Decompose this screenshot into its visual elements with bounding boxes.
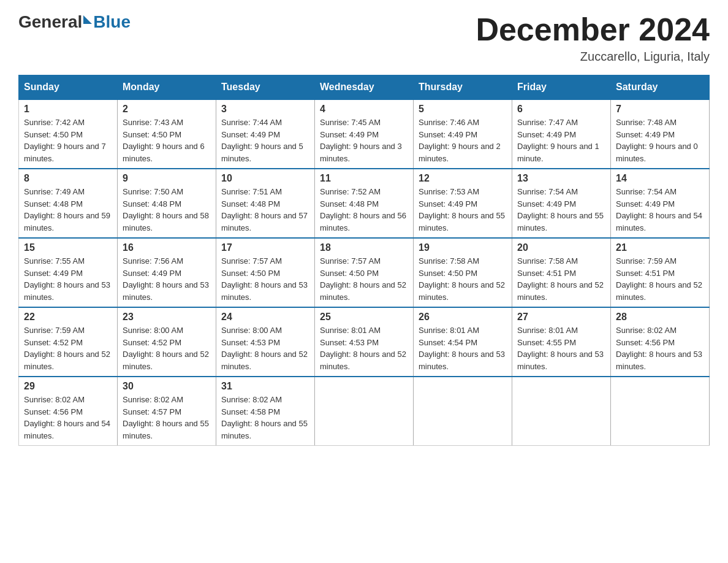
col-header-monday: Monday xyxy=(118,75,216,100)
day-number: 18 xyxy=(320,242,408,253)
calendar-cell: 14 Sunrise: 7:54 AMSunset: 4:49 PMDaylig… xyxy=(611,169,710,238)
day-number: 24 xyxy=(221,312,309,323)
day-info: Sunrise: 7:57 AMSunset: 4:50 PMDaylight:… xyxy=(221,256,308,302)
day-info: Sunrise: 7:59 AMSunset: 4:52 PMDaylight:… xyxy=(24,326,110,371)
calendar-week-row: 8 Sunrise: 7:49 AMSunset: 4:48 PMDayligh… xyxy=(19,169,710,238)
day-info: Sunrise: 7:58 AMSunset: 4:51 PMDaylight:… xyxy=(517,256,604,302)
logo-general-text: General xyxy=(18,12,82,32)
calendar-week-row: 29 Sunrise: 8:02 AMSunset: 4:56 PMDaylig… xyxy=(19,377,710,446)
day-info: Sunrise: 7:59 AMSunset: 4:51 PMDaylight:… xyxy=(616,256,702,302)
calendar-cell: 4 Sunrise: 7:45 AMSunset: 4:49 PMDayligh… xyxy=(315,99,414,169)
day-number: 11 xyxy=(320,173,408,184)
page-header: General Blue December 2024 Zuccarello, L… xyxy=(18,12,710,64)
col-header-saturday: Saturday xyxy=(611,75,710,100)
calendar-table: SundayMondayTuesdayWednesdayThursdayFrid… xyxy=(18,75,710,446)
calendar-cell: 11 Sunrise: 7:52 AMSunset: 4:48 PMDaylig… xyxy=(315,169,414,238)
day-number: 25 xyxy=(320,312,408,323)
day-number: 20 xyxy=(517,242,605,253)
calendar-cell: 5 Sunrise: 7:46 AMSunset: 4:49 PMDayligh… xyxy=(414,99,512,169)
day-number: 8 xyxy=(24,173,112,184)
day-number: 28 xyxy=(616,312,704,323)
calendar-cell: 10 Sunrise: 7:51 AMSunset: 4:48 PMDaylig… xyxy=(216,169,315,238)
calendar-header-row: SundayMondayTuesdayWednesdayThursdayFrid… xyxy=(19,75,710,100)
day-number: 17 xyxy=(221,242,309,253)
calendar-week-row: 1 Sunrise: 7:42 AMSunset: 4:50 PMDayligh… xyxy=(19,99,710,169)
day-number: 1 xyxy=(24,104,112,115)
day-info: Sunrise: 8:02 AMSunset: 4:56 PMDaylight:… xyxy=(24,395,110,440)
day-info: Sunrise: 7:50 AMSunset: 4:48 PMDaylight:… xyxy=(123,187,209,232)
calendar-cell: 16 Sunrise: 7:56 AMSunset: 4:49 PMDaylig… xyxy=(118,238,216,307)
calendar-cell: 12 Sunrise: 7:53 AMSunset: 4:49 PMDaylig… xyxy=(414,169,512,238)
day-number: 29 xyxy=(24,381,112,392)
day-info: Sunrise: 7:54 AMSunset: 4:49 PMDaylight:… xyxy=(517,187,604,232)
day-info: Sunrise: 7:54 AMSunset: 4:49 PMDaylight:… xyxy=(616,187,702,232)
day-number: 30 xyxy=(123,381,211,392)
day-number: 3 xyxy=(221,104,309,115)
day-number: 16 xyxy=(123,242,211,253)
day-info: Sunrise: 8:02 AMSunset: 4:58 PMDaylight:… xyxy=(221,395,308,440)
day-number: 22 xyxy=(24,312,112,323)
calendar-cell xyxy=(512,377,611,446)
day-number: 2 xyxy=(123,104,211,115)
calendar-cell: 17 Sunrise: 7:57 AMSunset: 4:50 PMDaylig… xyxy=(216,238,315,307)
col-header-thursday: Thursday xyxy=(414,75,512,100)
day-info: Sunrise: 8:02 AMSunset: 4:57 PMDaylight:… xyxy=(123,395,209,440)
day-info: Sunrise: 7:56 AMSunset: 4:49 PMDaylight:… xyxy=(123,256,209,302)
calendar-cell: 30 Sunrise: 8:02 AMSunset: 4:57 PMDaylig… xyxy=(118,377,216,446)
calendar-cell: 6 Sunrise: 7:47 AMSunset: 4:49 PMDayligh… xyxy=(512,99,611,169)
day-number: 13 xyxy=(517,173,605,184)
calendar-cell: 8 Sunrise: 7:49 AMSunset: 4:48 PMDayligh… xyxy=(19,169,118,238)
col-header-sunday: Sunday xyxy=(19,75,118,100)
calendar-cell: 21 Sunrise: 7:59 AMSunset: 4:51 PMDaylig… xyxy=(611,238,710,307)
day-number: 10 xyxy=(221,173,309,184)
title-section: December 2024 Zuccarello, Liguria, Italy xyxy=(476,12,710,64)
day-info: Sunrise: 8:00 AMSunset: 4:53 PMDaylight:… xyxy=(221,326,308,371)
logo-blue-text: Blue xyxy=(93,12,131,32)
calendar-week-row: 15 Sunrise: 7:55 AMSunset: 4:49 PMDaylig… xyxy=(19,238,710,307)
day-info: Sunrise: 7:53 AMSunset: 4:49 PMDaylight:… xyxy=(419,187,505,232)
day-number: 9 xyxy=(123,173,211,184)
day-info: Sunrise: 8:02 AMSunset: 4:56 PMDaylight:… xyxy=(616,326,702,371)
location-label: Zuccarello, Liguria, Italy xyxy=(476,50,710,64)
day-number: 31 xyxy=(221,381,309,392)
calendar-cell xyxy=(315,377,414,446)
day-info: Sunrise: 8:01 AMSunset: 4:54 PMDaylight:… xyxy=(419,326,505,371)
calendar-cell: 25 Sunrise: 8:01 AMSunset: 4:53 PMDaylig… xyxy=(315,307,414,377)
day-info: Sunrise: 8:01 AMSunset: 4:55 PMDaylight:… xyxy=(517,326,604,371)
day-info: Sunrise: 7:52 AMSunset: 4:48 PMDaylight:… xyxy=(320,187,406,232)
day-number: 14 xyxy=(616,173,704,184)
day-info: Sunrise: 7:58 AMSunset: 4:50 PMDaylight:… xyxy=(419,256,505,302)
day-info: Sunrise: 7:48 AMSunset: 4:49 PMDaylight:… xyxy=(616,118,698,163)
calendar-cell: 19 Sunrise: 7:58 AMSunset: 4:50 PMDaylig… xyxy=(414,238,512,307)
calendar-cell: 7 Sunrise: 7:48 AMSunset: 4:49 PMDayligh… xyxy=(611,99,710,169)
day-number: 27 xyxy=(517,312,605,323)
calendar-cell: 15 Sunrise: 7:55 AMSunset: 4:49 PMDaylig… xyxy=(19,238,118,307)
logo: General Blue xyxy=(18,12,131,32)
calendar-cell: 29 Sunrise: 8:02 AMSunset: 4:56 PMDaylig… xyxy=(19,377,118,446)
calendar-week-row: 22 Sunrise: 7:59 AMSunset: 4:52 PMDaylig… xyxy=(19,307,710,377)
calendar-cell: 9 Sunrise: 7:50 AMSunset: 4:48 PMDayligh… xyxy=(118,169,216,238)
calendar-cell: 1 Sunrise: 7:42 AMSunset: 4:50 PMDayligh… xyxy=(19,99,118,169)
calendar-cell: 28 Sunrise: 8:02 AMSunset: 4:56 PMDaylig… xyxy=(611,307,710,377)
day-info: Sunrise: 7:46 AMSunset: 4:49 PMDaylight:… xyxy=(419,118,501,163)
day-number: 23 xyxy=(123,312,211,323)
day-info: Sunrise: 7:43 AMSunset: 4:50 PMDaylight:… xyxy=(123,118,205,163)
calendar-cell: 13 Sunrise: 7:54 AMSunset: 4:49 PMDaylig… xyxy=(512,169,611,238)
calendar-cell: 24 Sunrise: 8:00 AMSunset: 4:53 PMDaylig… xyxy=(216,307,315,377)
day-info: Sunrise: 7:51 AMSunset: 4:48 PMDaylight:… xyxy=(221,187,308,232)
day-info: Sunrise: 8:00 AMSunset: 4:52 PMDaylight:… xyxy=(123,326,209,371)
col-header-wednesday: Wednesday xyxy=(315,75,414,100)
calendar-cell: 2 Sunrise: 7:43 AMSunset: 4:50 PMDayligh… xyxy=(118,99,216,169)
calendar-cell: 26 Sunrise: 8:01 AMSunset: 4:54 PMDaylig… xyxy=(414,307,512,377)
day-number: 5 xyxy=(419,104,507,115)
col-header-tuesday: Tuesday xyxy=(216,75,315,100)
logo-triangle-icon xyxy=(83,15,92,24)
day-info: Sunrise: 7:44 AMSunset: 4:49 PMDaylight:… xyxy=(221,118,303,163)
day-info: Sunrise: 7:47 AMSunset: 4:49 PMDaylight:… xyxy=(517,118,599,163)
day-number: 6 xyxy=(517,104,605,115)
calendar-cell: 22 Sunrise: 7:59 AMSunset: 4:52 PMDaylig… xyxy=(19,307,118,377)
day-number: 15 xyxy=(24,242,112,253)
month-title: December 2024 xyxy=(476,12,710,47)
day-number: 12 xyxy=(419,173,507,184)
day-number: 7 xyxy=(616,104,704,115)
